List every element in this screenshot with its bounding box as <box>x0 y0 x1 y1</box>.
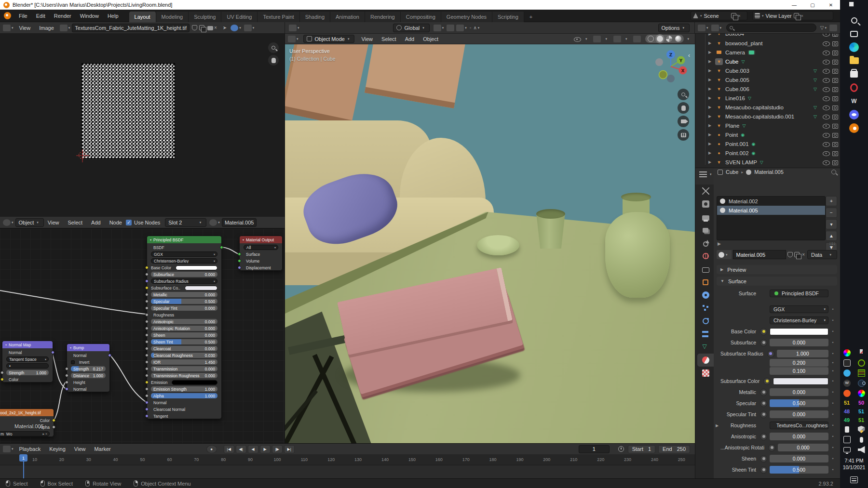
tray-icon[interactable] <box>843 447 851 452</box>
node-param-row[interactable]: Tangent ▾ <box>151 413 217 419</box>
node-param-row[interactable]: Tangent Space ▾ <box>6 356 49 362</box>
viewport-menu[interactable]: View <box>357 35 377 43</box>
outliner-row[interactable]: ▶ Point <box>695 130 840 139</box>
outliner-id-type-icon[interactable] <box>711 25 719 31</box>
transport-button[interactable]: ◀| <box>236 445 246 453</box>
outliner-row[interactable]: ▶ boxwood_plant <box>695 39 840 48</box>
input-socket[interactable] <box>65 367 68 370</box>
hide-in-viewport-eye-icon[interactable] <box>822 132 831 138</box>
node-param-row[interactable]: Base Color ▾ <box>151 265 217 270</box>
property-row[interactable]: ▶ Sheen 0.000 ▾ • <box>714 454 837 463</box>
taskbar-app-button[interactable] <box>840 54 868 67</box>
node-param-row[interactable]: Normal <box>71 386 106 392</box>
color-swatch[interactable] <box>176 265 217 270</box>
new-scene-icon[interactable] <box>731 13 736 18</box>
node-param-row[interactable]: GGX ▾ <box>151 251 217 257</box>
node-param-row[interactable]: Subsurface Co.. ▾ <box>151 285 217 290</box>
hide-in-viewport-eye-icon[interactable] <box>822 159 831 166</box>
disclosure-triangle-icon[interactable]: ▶ <box>708 105 715 109</box>
property-row[interactable]: ▶ Subsurface Color ▾ • <box>714 377 837 385</box>
invert-checkbox[interactable] <box>71 360 75 364</box>
tray-icon[interactable] <box>858 349 865 356</box>
transform-pivot-icon[interactable] <box>434 25 441 31</box>
slot-select[interactable]: Slot 2▾ <box>165 218 206 227</box>
node-param-row[interactable]: Clearcoat Roughness 0.030 ▾ <box>151 353 217 358</box>
properties-tab[interactable] <box>697 302 714 315</box>
end-frame-field[interactable]: End 250 <box>658 445 690 453</box>
hide-in-viewport-eye-icon[interactable] <box>822 104 831 111</box>
taskbar-app-button[interactable] <box>840 0 868 13</box>
principled-bsdf-node[interactable]: Principled BSDF BSDF ▾ <box>147 236 222 419</box>
input-socket[interactable] <box>145 293 149 296</box>
output-socket[interactable] <box>220 246 223 249</box>
grip-handle[interactable]: ∷∷ <box>830 241 835 246</box>
socket-decorator-button[interactable] <box>767 350 774 357</box>
property-row[interactable]: ▶ GGX ▾ • <box>714 305 837 314</box>
node-param-row[interactable]: Specular 0.500 ▾ <box>151 299 217 304</box>
menu-item[interactable]: Window <box>76 12 103 20</box>
disable-in-renders-camera-icon[interactable] <box>831 49 840 56</box>
input-socket[interactable] <box>145 367 149 370</box>
display-channels-icon[interactable] <box>244 25 252 31</box>
disclosure-triangle-icon[interactable]: ▶ <box>708 41 715 45</box>
node-param-row[interactable]: m_Wo <box>0 431 50 436</box>
input-socket[interactable] <box>145 300 149 303</box>
image-name-field[interactable]: TexturesCom_Fabric_JuteMatting_1K_height… <box>72 24 190 32</box>
tray-icon[interactable] <box>858 380 865 387</box>
expand-arrow-icon[interactable]: ▶ <box>714 423 720 428</box>
slot-list-button[interactable]: ▲ <box>826 231 837 241</box>
editor-type-icon[interactable] <box>3 446 11 452</box>
maximize-button[interactable]: ▢ <box>803 0 822 10</box>
taskbar-app-button[interactable] <box>840 108 868 121</box>
animate-decorator-dot[interactable]: • <box>828 390 837 395</box>
specials-expand-icon[interactable]: ▶ <box>718 241 721 246</box>
property-widget[interactable]: 0.000 ▾ <box>770 339 828 346</box>
workspace-tab[interactable]: Compositing <box>401 12 441 22</box>
image-editor-canvas[interactable] <box>0 34 285 217</box>
taskbar-app-button[interactable]: W <box>840 94 868 108</box>
outliner-row[interactable]: ▶ Cube <box>695 57 840 66</box>
tray-icon[interactable] <box>843 380 851 387</box>
property-row[interactable]: ▶ Specular Tint 0.000 ▾ • <box>714 410 837 419</box>
disclosure-triangle-icon[interactable]: ▶ <box>708 78 715 82</box>
property-row[interactable]: ▶ Anisotropic Rotati... 0.000 ▾ • <box>714 443 837 452</box>
node-param-row[interactable]: Subsurface Radius ▾ <box>151 278 217 284</box>
node-param-row[interactable]: Volume ▾ <box>244 258 278 264</box>
gizmos-icon[interactable] <box>593 36 601 42</box>
socket-decorator-button[interactable] <box>760 339 767 346</box>
material-slot-row[interactable]: Material.005 <box>717 206 825 215</box>
outliner-display-mode-icon[interactable] <box>698 25 705 31</box>
tray-icon[interactable] <box>845 426 849 433</box>
editor-type-icon[interactable] <box>288 36 296 42</box>
properties-tab[interactable] <box>697 198 714 211</box>
transport-button[interactable]: |◀ <box>224 445 234 453</box>
property-widget[interactable]: 0.000 ▾ <box>770 433 828 440</box>
outliner-search-input[interactable] <box>726 24 816 32</box>
editor-type-icon[interactable] <box>3 219 11 226</box>
node-header[interactable]: Principled BSDF <box>147 236 221 243</box>
workspace-tab[interactable]: Modeling <box>156 12 189 22</box>
auto-keying-record-button[interactable]: ● <box>206 445 217 453</box>
node-param-row[interactable]: Subsurface 0.000 ▾ <box>151 272 217 277</box>
hide-in-viewport-eye-icon[interactable] <box>822 34 831 37</box>
node-param-row[interactable]: Surface ▾ <box>244 251 278 257</box>
slot-list-button[interactable]: ▾ <box>826 219 837 229</box>
image-pan-hand-button[interactable] <box>268 55 279 66</box>
disclosure-triangle-icon[interactable]: ▶ <box>708 68 715 73</box>
new-image-icon[interactable] <box>199 25 204 30</box>
hide-in-viewport-eye-icon[interactable] <box>822 86 831 92</box>
slot-list-button[interactable]: + <box>826 196 837 206</box>
property-row[interactable]: ▶ Surface Principled BSDF ▾ • <box>714 289 837 298</box>
outliner-row[interactable]: ▶ Cube.003 <box>695 66 840 75</box>
material-output-node[interactable]: Material Output All ▾ Surfac <box>239 236 283 271</box>
start-frame-field[interactable]: Start 1 <box>628 445 655 453</box>
property-row[interactable]: ▶ Subsurface Radius 1.000 ▾ • <box>714 349 837 358</box>
tray-icon[interactable] <box>843 436 851 443</box>
outliner-row[interactable]: ▶ Point.002 <box>695 148 840 158</box>
material-name-field[interactable]: Material.005 <box>733 250 787 259</box>
tray-icon[interactable] <box>858 359 865 367</box>
node-header[interactable]: Bump <box>67 344 109 351</box>
animate-decorator-dot[interactable]: • <box>828 379 837 383</box>
node-param-row[interactable]: BSDF ▾ <box>151 245 217 250</box>
socket-decorator-button[interactable] <box>760 400 767 407</box>
